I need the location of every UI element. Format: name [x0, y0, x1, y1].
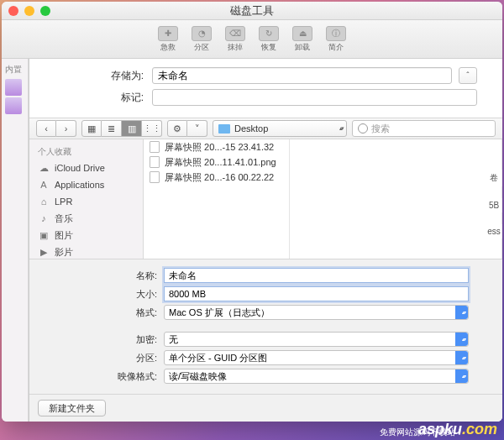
- save-header: 存储为: ˆ 标记:: [29, 59, 502, 118]
- opt-partition-select[interactable]: 单个分区 - GUID 分区图: [164, 350, 469, 365]
- toolbar-info[interactable]: ⓘ简介: [321, 26, 351, 53]
- opt-image-format-label: 映像格式:: [63, 370, 164, 383]
- watermark: aspku.com: [418, 421, 497, 438]
- grouping-menu[interactable]: ⚙ ˅: [167, 120, 207, 137]
- disk-item[interactable]: [5, 97, 22, 114]
- opt-format-select[interactable]: Mac OS 扩展（日志式）: [164, 305, 469, 320]
- minimize-button[interactable]: [24, 6, 34, 16]
- sidebar-section-internal: 内置: [5, 64, 24, 76]
- toolbar-partition[interactable]: ◔分区: [186, 26, 217, 53]
- apps-icon: A: [38, 179, 50, 191]
- sidebar-item-label: 影片: [55, 246, 73, 259]
- toolbar-unmount[interactable]: ⏏卸载: [287, 26, 318, 53]
- image-options: 名称: 大小: 格式:Mac OS 扩展（日志式） 加密:无 分区:单个分区 -…: [29, 259, 502, 394]
- movies-icon: ▶: [38, 246, 50, 258]
- disk-utility-window: 磁盘工具 ✚急救 ◔分区 ⌫抹掉 ↻恢复 ⏏卸载 ⓘ简介 内置 存储为: ˆ 标…: [2, 2, 502, 422]
- sidebar-item-影片[interactable]: ▶影片: [29, 244, 143, 259]
- file-name: 屏幕快照 20...-16 00.22.22: [165, 171, 284, 184]
- disclosure-button[interactable]: ˆ: [459, 67, 477, 84]
- view-switcher: ▦ ≣ ▥ ⋮⋮: [81, 120, 162, 137]
- sidebar-item-label: iCloud Drive: [55, 163, 105, 173]
- opt-encryption-select[interactable]: 无: [164, 332, 469, 347]
- partition-icon: ◔: [192, 26, 212, 41]
- nav-back-button[interactable]: ‹: [36, 120, 56, 137]
- nav-group: ‹ ›: [36, 120, 76, 137]
- file-column: 屏幕快照 20...-15 23.41.32屏幕快照 20...11.41.01…: [144, 139, 290, 259]
- sidebar-item-applications[interactable]: AApplications: [29, 176, 143, 193]
- preview-column: [290, 139, 502, 259]
- sidebar-item-label: Applications: [55, 180, 104, 190]
- grouping-icon: ⚙: [167, 120, 187, 137]
- chevron-down-icon: ˅: [187, 120, 207, 137]
- first-aid-icon: ✚: [158, 26, 178, 41]
- opt-image-format-select[interactable]: 读/写磁盘映像: [164, 369, 469, 384]
- maximize-button[interactable]: [40, 6, 50, 16]
- opt-size-label: 大小:: [63, 288, 164, 301]
- sidebar-item-图片[interactable]: ▣图片: [29, 227, 143, 244]
- search-input[interactable]: 搜索: [352, 120, 496, 137]
- file-icon: [149, 141, 160, 153]
- favorites-sidebar: 个人收藏 ☁iCloud DriveAApplications⌂LPR♪音乐▣图…: [29, 139, 144, 259]
- file-name: 屏幕快照 20...11.41.01.png: [165, 156, 284, 169]
- window-controls: [8, 6, 50, 16]
- browser-toolbar: ‹ › ▦ ≣ ▥ ⋮⋮ ⚙ ˅ Desktop 搜索: [29, 118, 502, 139]
- opt-size-input[interactable]: [164, 286, 469, 301]
- info-icon: ⓘ: [326, 26, 346, 41]
- disk-item[interactable]: [5, 79, 22, 96]
- titlebar: 磁盘工具: [2, 2, 502, 20]
- opt-name-input[interactable]: [164, 268, 469, 283]
- restore-icon: ↻: [259, 26, 279, 41]
- sidebar-item-lpr[interactable]: ⌂LPR: [29, 193, 143, 210]
- cloud-icon: ☁: [38, 162, 50, 174]
- sidebar-item-label: 图片: [55, 229, 73, 242]
- home-icon: ⌂: [38, 196, 50, 207]
- sheet-footer: 新建文件夹: [29, 394, 502, 422]
- nav-forward-button[interactable]: ›: [56, 120, 76, 137]
- disk-sidebar: 内置: [2, 59, 29, 422]
- toolbar-first-aid[interactable]: ✚急救: [153, 26, 183, 53]
- file-name: 屏幕快照 20...-15 23.41.32: [165, 141, 284, 154]
- view-icon-button[interactable]: ▦: [81, 120, 102, 137]
- music-icon: ♪: [38, 212, 50, 224]
- file-row[interactable]: 屏幕快照 20...-16 00.22.22: [144, 170, 289, 185]
- folder-icon: [218, 124, 230, 134]
- location-popup[interactable]: Desktop: [213, 120, 347, 137]
- view-column-button[interactable]: ▥: [122, 120, 142, 137]
- opt-partition-label: 分区:: [63, 352, 164, 364]
- new-folder-button[interactable]: 新建文件夹: [38, 400, 106, 416]
- erase-icon: ⌫: [225, 26, 245, 41]
- file-row[interactable]: 屏幕快照 20...11.41.01.png: [144, 155, 289, 170]
- toolbar: ✚急救 ◔分区 ⌫抹掉 ↻恢复 ⏏卸载 ⓘ简介: [2, 20, 502, 59]
- favorites-header: 个人收藏: [29, 144, 143, 160]
- view-list-button[interactable]: ≣: [102, 120, 122, 137]
- tags-input[interactable]: [152, 89, 477, 106]
- pictures-icon: ▣: [38, 229, 50, 241]
- view-gallery-button[interactable]: ⋮⋮: [142, 120, 162, 137]
- save-as-input[interactable]: [152, 67, 452, 84]
- opt-format-label: 格式:: [63, 306, 164, 319]
- toolbar-restore[interactable]: ↻恢复: [254, 26, 284, 53]
- sidebar-item-label: LPR: [55, 196, 72, 207]
- opt-name-label: 名称:: [63, 270, 164, 282]
- save-sheet: 存储为: ˆ 标记: ‹ › ▦ ≣ ▥ ⋮⋮: [29, 59, 502, 422]
- sidebar-item-label: 音乐: [55, 212, 73, 225]
- file-icon: [149, 171, 160, 183]
- unmount-icon: ⏏: [292, 26, 312, 41]
- window-title: 磁盘工具: [2, 3, 502, 18]
- column-view: 屏幕快照 20...-15 23.41.32屏幕快照 20...11.41.01…: [144, 139, 502, 259]
- location-name: Desktop: [234, 123, 268, 134]
- toolbar-erase[interactable]: ⌫抹掉: [220, 26, 250, 53]
- sidebar-item-icloud drive[interactable]: ☁iCloud Drive: [29, 160, 143, 176]
- sidebar-item-音乐[interactable]: ♪音乐: [29, 210, 143, 227]
- file-icon: [149, 156, 160, 168]
- file-row[interactable]: 屏幕快照 20...-15 23.41.32: [144, 139, 289, 155]
- tags-label: 标记:: [55, 91, 152, 105]
- close-button[interactable]: [8, 6, 18, 16]
- opt-encryption-label: 加密:: [63, 333, 164, 346]
- save-as-label: 存储为:: [55, 69, 152, 83]
